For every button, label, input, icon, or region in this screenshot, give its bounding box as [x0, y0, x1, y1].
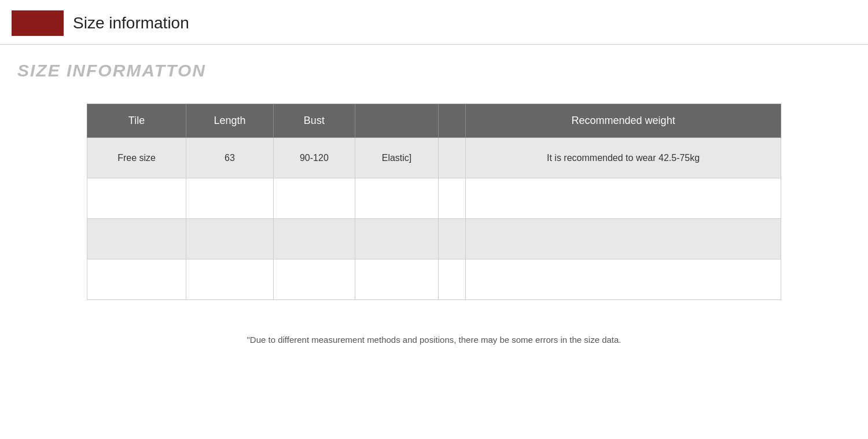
cell-tile-4: [87, 259, 186, 300]
cell-col5-4: [439, 259, 466, 300]
cell-col5-2: [439, 178, 466, 219]
table-container: Tile Length Bust Recommended weight Free…: [0, 92, 868, 312]
cell-recommended-4: [466, 259, 781, 300]
header-accent-block: [12, 10, 64, 36]
cell-recommended-3: [466, 219, 781, 259]
col-4-header: [355, 104, 438, 138]
cell-tile-1: Free size: [87, 138, 186, 178]
cell-bust-3: [273, 219, 355, 259]
page-header: Size information: [0, 0, 868, 45]
footer-note-text: "Due to different measurement methods an…: [247, 335, 621, 345]
cell-length-1: 63: [186, 138, 274, 178]
cell-bust-4: [273, 259, 355, 300]
cell-col4-4: [355, 259, 438, 300]
cell-col4-2: [355, 178, 438, 219]
table-row: [87, 259, 781, 300]
col-tile-header: Tile: [87, 104, 186, 138]
col-5-header: [439, 104, 466, 138]
cell-length-4: [186, 259, 274, 300]
cell-col4-3: [355, 219, 438, 259]
table-header-row: Tile Length Bust Recommended weight: [87, 104, 781, 138]
cell-tile-3: [87, 219, 186, 259]
cell-col4-1: Elastic]: [355, 138, 438, 178]
col-recommended-header: Recommended weight: [466, 104, 781, 138]
footer-note: "Due to different measurement methods an…: [0, 312, 868, 356]
col-bust-header: Bust: [273, 104, 355, 138]
table-row: Free size 63 90-120 Elastic] It is recom…: [87, 138, 781, 178]
table-row: [87, 219, 781, 259]
cell-bust-1: 90-120: [273, 138, 355, 178]
size-table: Tile Length Bust Recommended weight Free…: [87, 104, 781, 300]
cell-col5-3: [439, 219, 466, 259]
cell-tile-2: [87, 178, 186, 219]
cell-col5-1: [439, 138, 466, 178]
cell-length-3: [186, 219, 274, 259]
col-length-header: Length: [186, 104, 274, 138]
cell-length-2: [186, 178, 274, 219]
table-row: [87, 178, 781, 219]
cell-bust-2: [273, 178, 355, 219]
sub-heading: SIZE INFORMATTON: [0, 45, 868, 92]
cell-recommended-1: It is recommended to wear 42.5-75kg: [466, 138, 781, 178]
cell-recommended-2: [466, 178, 781, 219]
page-title: Size information: [73, 14, 189, 32]
